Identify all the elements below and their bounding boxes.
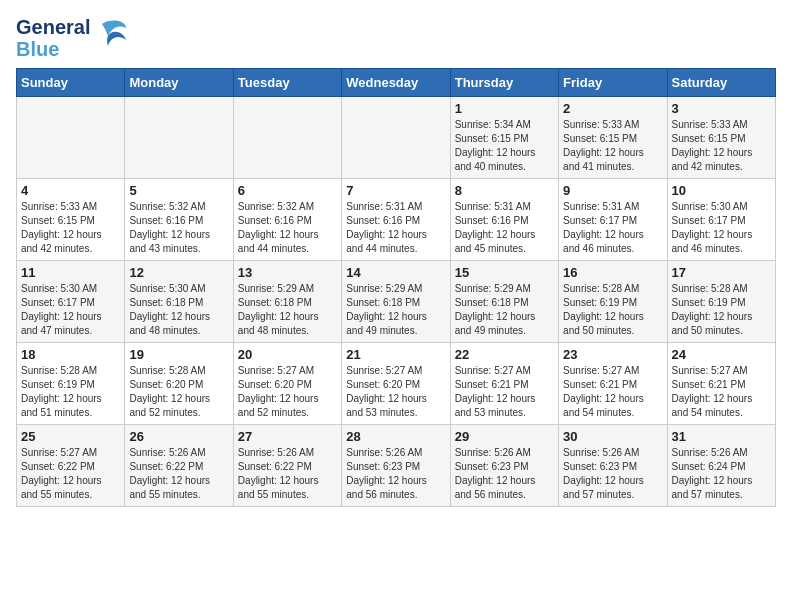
calendar-cell: 17Sunrise: 5:28 AM Sunset: 6:19 PM Dayli… [667,261,775,343]
day-number: 28 [346,429,445,444]
day-number: 19 [129,347,228,362]
calendar-cell: 30Sunrise: 5:26 AM Sunset: 6:23 PM Dayli… [559,425,667,507]
calendar-cell: 26Sunrise: 5:26 AM Sunset: 6:22 PM Dayli… [125,425,233,507]
calendar-cell: 4Sunrise: 5:33 AM Sunset: 6:15 PM Daylig… [17,179,125,261]
day-number: 3 [672,101,771,116]
calendar-cell: 27Sunrise: 5:26 AM Sunset: 6:22 PM Dayli… [233,425,341,507]
day-info: Sunrise: 5:33 AM Sunset: 6:15 PM Dayligh… [672,118,771,174]
calendar-cell: 8Sunrise: 5:31 AM Sunset: 6:16 PM Daylig… [450,179,558,261]
day-info: Sunrise: 5:27 AM Sunset: 6:21 PM Dayligh… [563,364,662,420]
day-info: Sunrise: 5:31 AM Sunset: 6:16 PM Dayligh… [346,200,445,256]
logo: General Blue [16,16,128,60]
day-info: Sunrise: 5:28 AM Sunset: 6:19 PM Dayligh… [21,364,120,420]
col-header-thursday: Thursday [450,69,558,97]
calendar-cell: 14Sunrise: 5:29 AM Sunset: 6:18 PM Dayli… [342,261,450,343]
day-number: 2 [563,101,662,116]
calendar-cell: 24Sunrise: 5:27 AM Sunset: 6:21 PM Dayli… [667,343,775,425]
day-info: Sunrise: 5:33 AM Sunset: 6:15 PM Dayligh… [21,200,120,256]
day-number: 30 [563,429,662,444]
calendar-cell: 6Sunrise: 5:32 AM Sunset: 6:16 PM Daylig… [233,179,341,261]
day-info: Sunrise: 5:28 AM Sunset: 6:20 PM Dayligh… [129,364,228,420]
day-number: 13 [238,265,337,280]
calendar-cell: 1Sunrise: 5:34 AM Sunset: 6:15 PM Daylig… [450,97,558,179]
day-info: Sunrise: 5:32 AM Sunset: 6:16 PM Dayligh… [129,200,228,256]
calendar-cell [342,97,450,179]
calendar-cell [17,97,125,179]
calendar-cell: 31Sunrise: 5:26 AM Sunset: 6:24 PM Dayli… [667,425,775,507]
day-number: 5 [129,183,228,198]
day-number: 16 [563,265,662,280]
day-number: 8 [455,183,554,198]
calendar-cell [125,97,233,179]
day-number: 7 [346,183,445,198]
calendar-cell: 23Sunrise: 5:27 AM Sunset: 6:21 PM Dayli… [559,343,667,425]
day-number: 14 [346,265,445,280]
day-number: 23 [563,347,662,362]
calendar-cell: 22Sunrise: 5:27 AM Sunset: 6:21 PM Dayli… [450,343,558,425]
day-number: 26 [129,429,228,444]
calendar-cell: 3Sunrise: 5:33 AM Sunset: 6:15 PM Daylig… [667,97,775,179]
logo-text-row: General Blue [16,16,128,60]
day-info: Sunrise: 5:26 AM Sunset: 6:22 PM Dayligh… [238,446,337,502]
day-info: Sunrise: 5:27 AM Sunset: 6:20 PM Dayligh… [346,364,445,420]
day-number: 31 [672,429,771,444]
day-info: Sunrise: 5:30 AM Sunset: 6:17 PM Dayligh… [672,200,771,256]
calendar-table: SundayMondayTuesdayWednesdayThursdayFrid… [16,68,776,507]
day-number: 18 [21,347,120,362]
day-info: Sunrise: 5:26 AM Sunset: 6:23 PM Dayligh… [563,446,662,502]
logo-general-text: General [16,16,90,38]
day-info: Sunrise: 5:32 AM Sunset: 6:16 PM Dayligh… [238,200,337,256]
day-info: Sunrise: 5:27 AM Sunset: 6:22 PM Dayligh… [21,446,120,502]
day-info: Sunrise: 5:30 AM Sunset: 6:18 PM Dayligh… [129,282,228,338]
day-number: 25 [21,429,120,444]
day-info: Sunrise: 5:29 AM Sunset: 6:18 PM Dayligh… [346,282,445,338]
day-info: Sunrise: 5:31 AM Sunset: 6:16 PM Dayligh… [455,200,554,256]
day-number: 21 [346,347,445,362]
day-info: Sunrise: 5:27 AM Sunset: 6:20 PM Dayligh… [238,364,337,420]
col-header-saturday: Saturday [667,69,775,97]
day-info: Sunrise: 5:29 AM Sunset: 6:18 PM Dayligh… [238,282,337,338]
day-info: Sunrise: 5:29 AM Sunset: 6:18 PM Dayligh… [455,282,554,338]
day-info: Sunrise: 5:28 AM Sunset: 6:19 PM Dayligh… [563,282,662,338]
calendar-cell: 9Sunrise: 5:31 AM Sunset: 6:17 PM Daylig… [559,179,667,261]
day-info: Sunrise: 5:26 AM Sunset: 6:24 PM Dayligh… [672,446,771,502]
calendar-cell: 5Sunrise: 5:32 AM Sunset: 6:16 PM Daylig… [125,179,233,261]
calendar-cell: 20Sunrise: 5:27 AM Sunset: 6:20 PM Dayli… [233,343,341,425]
day-number: 17 [672,265,771,280]
day-number: 6 [238,183,337,198]
day-number: 15 [455,265,554,280]
day-number: 4 [21,183,120,198]
day-number: 12 [129,265,228,280]
calendar-cell: 21Sunrise: 5:27 AM Sunset: 6:20 PM Dayli… [342,343,450,425]
day-number: 11 [21,265,120,280]
day-number: 1 [455,101,554,116]
calendar-cell: 12Sunrise: 5:30 AM Sunset: 6:18 PM Dayli… [125,261,233,343]
day-info: Sunrise: 5:27 AM Sunset: 6:21 PM Dayligh… [455,364,554,420]
logo-blue-text: Blue [16,38,90,60]
calendar-cell: 29Sunrise: 5:26 AM Sunset: 6:23 PM Dayli… [450,425,558,507]
calendar-cell: 28Sunrise: 5:26 AM Sunset: 6:23 PM Dayli… [342,425,450,507]
calendar-cell: 11Sunrise: 5:30 AM Sunset: 6:17 PM Dayli… [17,261,125,343]
day-number: 9 [563,183,662,198]
day-number: 24 [672,347,771,362]
day-info: Sunrise: 5:26 AM Sunset: 6:22 PM Dayligh… [129,446,228,502]
day-number: 29 [455,429,554,444]
calendar-cell: 10Sunrise: 5:30 AM Sunset: 6:17 PM Dayli… [667,179,775,261]
day-info: Sunrise: 5:26 AM Sunset: 6:23 PM Dayligh… [455,446,554,502]
day-info: Sunrise: 5:28 AM Sunset: 6:19 PM Dayligh… [672,282,771,338]
calendar-cell: 19Sunrise: 5:28 AM Sunset: 6:20 PM Dayli… [125,343,233,425]
day-info: Sunrise: 5:33 AM Sunset: 6:15 PM Dayligh… [563,118,662,174]
calendar-cell: 16Sunrise: 5:28 AM Sunset: 6:19 PM Dayli… [559,261,667,343]
calendar-cell: 25Sunrise: 5:27 AM Sunset: 6:22 PM Dayli… [17,425,125,507]
calendar-cell: 2Sunrise: 5:33 AM Sunset: 6:15 PM Daylig… [559,97,667,179]
day-number: 27 [238,429,337,444]
day-number: 10 [672,183,771,198]
day-info: Sunrise: 5:31 AM Sunset: 6:17 PM Dayligh… [563,200,662,256]
day-info: Sunrise: 5:26 AM Sunset: 6:23 PM Dayligh… [346,446,445,502]
col-header-wednesday: Wednesday [342,69,450,97]
day-number: 20 [238,347,337,362]
calendar-cell: 18Sunrise: 5:28 AM Sunset: 6:19 PM Dayli… [17,343,125,425]
calendar-cell: 15Sunrise: 5:29 AM Sunset: 6:18 PM Dayli… [450,261,558,343]
calendar-cell: 7Sunrise: 5:31 AM Sunset: 6:16 PM Daylig… [342,179,450,261]
day-info: Sunrise: 5:30 AM Sunset: 6:17 PM Dayligh… [21,282,120,338]
